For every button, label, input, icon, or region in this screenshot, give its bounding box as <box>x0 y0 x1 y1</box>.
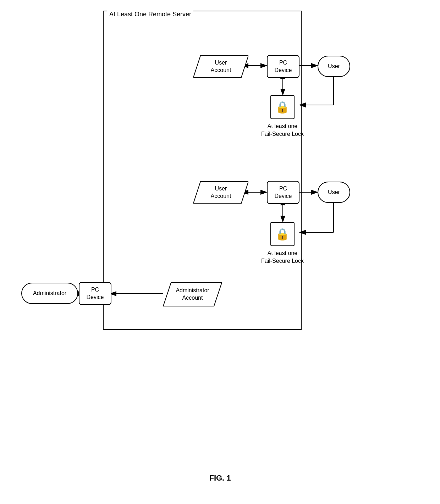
user-account-2-label: User Account <box>211 185 231 200</box>
pc-device-admin-label: PC Device <box>87 286 104 301</box>
pc-device-2-label: PC Device <box>275 185 292 200</box>
server-label: At Least One Remote Server <box>107 11 193 18</box>
lock-2-text: At least one Fail-Secure Lock <box>255 249 310 265</box>
lock-2-icon: 🔒 <box>275 227 290 241</box>
user-account-2: User Account <box>193 181 248 204</box>
admin-account: Administrator Account <box>163 282 222 307</box>
user-2-label: User <box>328 189 340 195</box>
user-2: User <box>318 182 350 203</box>
diagram: At Least One Remote Server <box>0 0 440 504</box>
administrator-label: Administrator <box>33 290 66 297</box>
administrator: Administrator <box>21 283 78 304</box>
lock-1: 🔒 <box>270 95 295 119</box>
pc-device-1: PC Device <box>267 55 299 78</box>
lock-2: 🔒 <box>270 222 295 246</box>
lock-1-text: At least one Fail-Secure Lock <box>255 122 310 138</box>
lock-1-text-label: At least one Fail-Secure Lock <box>261 123 304 137</box>
lock-2-text-label: At least one Fail-Secure Lock <box>261 250 304 264</box>
pc-device-1-label: PC Device <box>275 59 292 74</box>
fig-label: FIG. 1 <box>209 473 231 483</box>
user-1: User <box>318 56 350 77</box>
user-1-label: User <box>328 63 340 70</box>
pc-device-2: PC Device <box>267 181 299 204</box>
lock-1-icon: 🔒 <box>275 100 290 114</box>
user-account-1: User Account <box>193 55 248 78</box>
user-account-1-label: User Account <box>211 59 231 74</box>
pc-device-admin: PC Device <box>79 282 111 305</box>
admin-account-label: Administrator Account <box>176 287 209 302</box>
